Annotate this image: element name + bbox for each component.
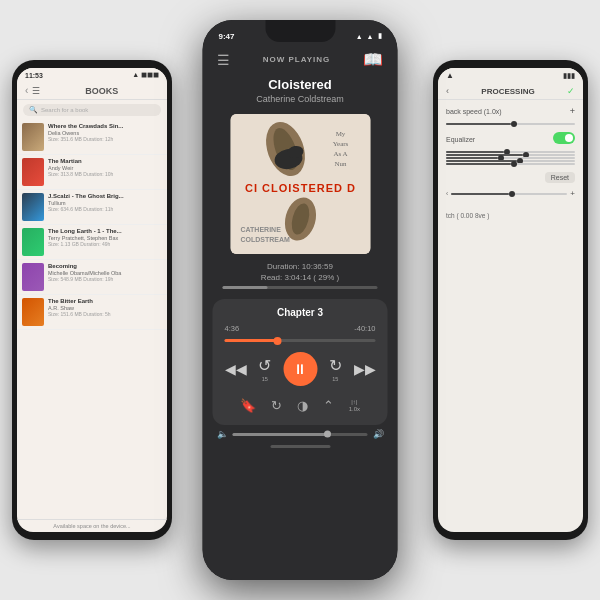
right-back-icon[interactable]: ‹ [446,86,449,96]
svg-text:CI CLOISTERED D: CI CLOISTERED D [245,182,356,194]
reset-button[interactable]: Reset [545,172,575,183]
list-item[interactable]: Becoming Michelle Obama/Michelle Oba Siz… [17,260,167,295]
left-header-title: BOOKS [85,86,118,96]
pitch-thumb[interactable] [509,191,515,197]
fast-forward-button[interactable]: ▶▶ [354,361,376,377]
airplay-button[interactable]: ⌃ [323,398,334,413]
menu-icon[interactable]: ☰ [217,52,230,68]
bookmark-button[interactable]: 🔖 [240,398,256,413]
left-search[interactable]: 🔍 Search for a book [23,104,161,116]
volume-row: 🔈 🔊 [217,429,384,439]
eq-band-1[interactable] [446,151,575,153]
left-hamburger[interactable]: ☰ [32,86,40,96]
rewind-button[interactable]: ◀◀ [225,361,247,377]
eq-sliders [446,150,575,166]
cover-svg: My Years As A Nun CI CLOISTERED D [230,114,370,254]
eq-fill-1 [446,151,504,153]
eq-band-2[interactable] [446,154,575,156]
skip-back-button[interactable]: ↺ [258,356,271,375]
center-book-title: Cloistered [203,77,398,92]
list-item[interactable]: J.Scalzi - The Ghost Brig... Tullium Siz… [17,190,167,225]
chapter-progress-bar[interactable] [225,339,376,342]
speed-button[interactable]: |↑| 1.0x [349,399,360,412]
eq-band-5[interactable] [446,163,575,165]
svg-text:Nun: Nun [334,160,347,168]
svg-text:COLDSTREAM: COLDSTREAM [240,236,290,243]
speed-slider-thumb[interactable] [511,121,517,127]
right-wifi-icon: ▲ [446,71,454,80]
skip-fwd-button[interactable]: ↻ [329,356,342,375]
phone-left: 11:53 ▲ ◼◼◼ ‹ ☰ BOOKS 🔍 Search for a boo… [12,60,172,540]
pitch-slider-track[interactable] [451,193,567,195]
book-meta: Size: 151.6 MB Duration: 5h [48,311,162,317]
eq-fill-2 [446,154,523,156]
book-cover: My Years As A Nun CI CLOISTERED D [230,114,370,254]
speed-value: 1.0x [349,406,360,412]
left-status-bar: 11:53 ▲ ◼◼◼ [17,68,167,82]
equalizer-toggle[interactable] [553,132,575,144]
skip-fwd-label: 15 [332,376,338,382]
eq-thumb-5[interactable] [511,161,517,167]
book-meta: Size: 351.6 MB Duration: 12h [48,136,162,142]
equalizer-label: Equalizer [446,136,475,143]
list-item[interactable]: The Martian Andy Weir Size: 313.8 MB Dur… [17,155,167,190]
svg-text:CATHERINE: CATHERINE [240,226,281,233]
vol-low-icon: 🔈 [217,429,228,439]
center-status-icons: ▲ ▲ ▮ [356,32,382,40]
theme-button[interactable]: ◑ [297,398,308,413]
pitch-label: ‹ [446,190,448,197]
list-item[interactable]: The Bitter Earth A.R. Shaw Size: 151.6 M… [17,295,167,330]
pitch-row: ‹ + [446,189,575,198]
svg-text:Years: Years [332,140,348,148]
speed-label: |↑| [351,399,357,405]
chapter-area: Chapter 3 4:36 -40:10 ◀◀ ↺ 15 [213,299,388,425]
pitch-plus-icon[interactable]: + [570,189,575,198]
right-screen: ▲ ▮▮▮ ‹ PROCESSING ✓ back speed (1.0x) + [438,68,583,532]
book-info: The Martian Andy Weir Size: 313.8 MB Dur… [48,158,162,177]
repeat-icon: ↻ [271,398,282,413]
right-header: ‹ PROCESSING ✓ [438,83,583,100]
chapter-progress-thumb[interactable] [273,337,281,345]
eq-fill-3 [446,157,498,159]
search-icon: 🔍 [29,106,38,114]
repeat-button[interactable]: ↻ [271,398,282,413]
reset-row: Reset [446,172,575,183]
speed-slider-track [446,123,575,125]
center-screen: 9:47 ▲ ▲ ▮ ☰ NOW PLAYING 📖 Cloistered Ca… [203,20,398,580]
book-open-icon[interactable]: 📖 [363,50,383,69]
book-cover-thumb [22,158,44,186]
battery-icon: ▮ [378,32,382,40]
right-check-icon[interactable]: ✓ [567,86,575,96]
skip-fwd-with-label: ↻ 15 [329,356,342,382]
now-playing-label: NOW PLAYING [263,55,331,64]
volume-thumb[interactable] [324,431,331,438]
chapter-progress-fill [225,339,278,342]
search-placeholder: Search for a book [41,107,88,113]
speed-slider-row[interactable] [446,123,575,125]
book-info: The Bitter Earth A.R. Shaw Size: 151.6 M… [48,298,162,317]
left-screen: 11:53 ▲ ◼◼◼ ‹ ☰ BOOKS 🔍 Search for a boo… [17,68,167,532]
home-indicator [270,445,330,448]
left-time: 11:53 [25,72,43,79]
back-icon[interactable]: ‹ [25,85,28,96]
book-title: The Martian [48,158,162,165]
list-item[interactable]: The Long Earth - 1 - The... Terry Pratch… [17,225,167,260]
book-title: The Bitter Earth [48,298,162,305]
book-cover-thumb [22,123,44,151]
center-time: 9:47 [219,32,235,41]
svg-text:My: My [335,130,345,138]
plus-icon[interactable]: + [570,106,575,116]
book-cover-thumb [22,228,44,256]
eq-band-3[interactable] [446,157,575,159]
bottom-controls: 🔖 ↻ ◑ ⌃ |↑| 1.0x [225,394,376,417]
pause-button[interactable]: ⏸ [283,352,317,386]
book-info: J.Scalzi - The Ghost Brig... Tullium Siz… [48,193,162,212]
overall-progress-bar [223,286,378,289]
skip-back-with-label: ↺ 15 [258,356,271,382]
volume-slider[interactable] [233,433,368,436]
signal-icon: ▲ [356,33,363,40]
pitch-value-label: tch ( 0.00 8ve ) [446,204,575,222]
book-title: The Long Earth - 1 - The... [48,228,162,235]
list-item[interactable]: Where the Crawdads Sin... Delia Owens Si… [17,120,167,155]
book-meta: Size: 548.9 MB Duration: 19h [48,276,162,282]
